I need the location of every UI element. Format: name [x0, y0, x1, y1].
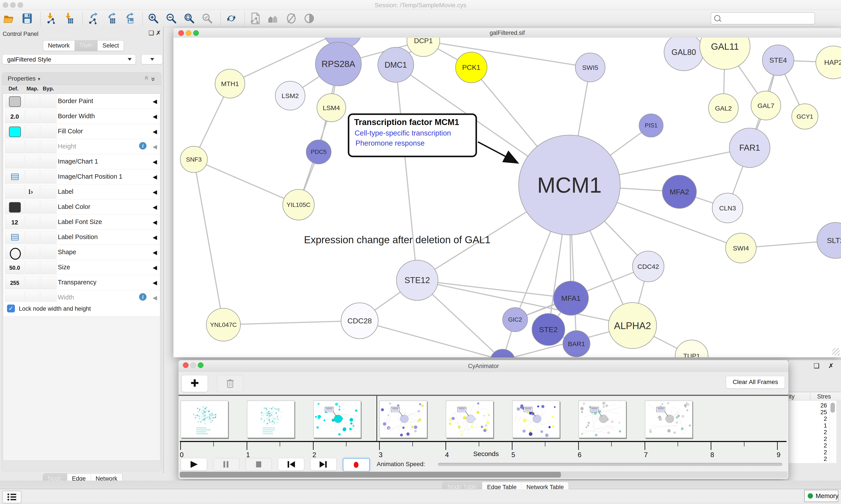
collapse-all-icon[interactable]: »	[142, 77, 150, 80]
canvas-text-label[interactable]: Expression change after deletion of GAL1	[304, 234, 490, 246]
node-SWI5[interactable]: SWI5	[575, 53, 605, 82]
tab-network[interactable]: Network	[43, 40, 75, 51]
mapping-cell[interactable]	[25, 201, 40, 214]
default-value-cell[interactable]	[5, 185, 24, 199]
node-MFA2[interactable]: MFA2	[662, 175, 696, 209]
zoom-in-button[interactable]	[147, 12, 159, 24]
node-PIS1[interactable]: PIS1	[639, 114, 663, 137]
node-DCP1[interactable]: DCP1	[407, 38, 440, 56]
mapping-cell[interactable]	[25, 231, 40, 244]
timeline-scrollbar-thumb[interactable]	[180, 472, 561, 478]
expand-property-icon[interactable]: ◀	[153, 113, 157, 120]
bypass-cell[interactable]	[40, 231, 56, 244]
frame-thumbnail-4[interactable]	[446, 401, 494, 438]
node-GIC2[interactable]: GIC2	[503, 308, 527, 332]
default-value-cell[interactable]: 12	[5, 216, 24, 229]
table-scrollbar-thumb[interactable]	[830, 403, 835, 413]
table-cell-value[interactable]: 2	[807, 449, 827, 456]
property-row-fill-color[interactable]: Fill Color◀	[3, 124, 160, 139]
refresh-button[interactable]	[225, 12, 237, 24]
node-CDC42[interactable]: CDC42	[632, 251, 664, 282]
network-canvas[interactable]: RPS28BDCP1RPS28ADMC1PCK1SWI5GAL80GAL11ST…	[174, 38, 841, 357]
zoom-fit-button[interactable]	[183, 12, 195, 24]
expand-property-icon[interactable]: ◀	[153, 128, 157, 135]
mapping-cell[interactable]	[25, 155, 40, 168]
property-row-size[interactable]: 50.0 Size◀	[3, 260, 160, 275]
node-MTH1[interactable]: MTH1	[215, 69, 245, 98]
pause-button[interactable]	[213, 458, 239, 471]
node-HAP2[interactable]: HAP2	[816, 46, 841, 79]
default-value-cell[interactable]	[5, 125, 24, 138]
mapping-cell[interactable]	[25, 110, 40, 123]
add-frame-button[interactable]: ✚	[182, 375, 208, 392]
bypass-cell[interactable]	[40, 110, 56, 123]
edge-yil105c-snf3[interactable]	[194, 159, 299, 205]
timeline-scrollbar[interactable]	[179, 471, 788, 478]
column-divider[interactable]	[810, 393, 810, 400]
node-STE4[interactable]: STE4	[763, 45, 794, 75]
bypass-cell[interactable]	[40, 155, 56, 168]
bypass-cell[interactable]	[40, 170, 56, 183]
table-cell-value[interactable]: 2	[807, 436, 827, 443]
table-cell-value[interactable]: 26	[807, 402, 827, 409]
bypass-cell[interactable]	[40, 185, 56, 199]
node-PDC5[interactable]: PDC5	[306, 140, 331, 164]
tab-select[interactable]: Select	[98, 40, 124, 51]
edge-cdc28-ynl047c[interactable]	[223, 321, 360, 325]
node-FAR1[interactable]: FAR1	[729, 128, 770, 167]
task-history-button[interactable]	[2, 491, 21, 503]
mapping-cell[interactable]	[25, 261, 40, 274]
node-LSM2[interactable]: LSM2	[275, 81, 305, 110]
expand-all-icon[interactable]: »	[149, 77, 158, 80]
stop-button[interactable]	[246, 458, 272, 471]
column-stress[interactable]: Stres	[817, 393, 831, 400]
cyanimator-titlebar[interactable]: CyAnimator	[179, 360, 788, 372]
node-PCK1[interactable]: PCK1	[455, 52, 487, 83]
search-input[interactable]	[711, 12, 815, 24]
default-value-cell[interactable]: 2.0	[5, 110, 24, 123]
expand-property-icon[interactable]: ◀	[153, 159, 157, 165]
network-window-titlebar[interactable]: galFiltered.sif	[174, 28, 841, 38]
style-options-button[interactable]	[141, 54, 162, 65]
bypass-cell[interactable]	[40, 246, 56, 259]
node-RPS28A[interactable]: RPS28A	[315, 42, 361, 86]
default-value-cell[interactable]	[5, 140, 24, 153]
frame-thumbnail-3[interactable]	[379, 401, 427, 438]
play-button[interactable]	[181, 458, 207, 471]
default-value-cell[interactable]	[5, 95, 24, 108]
node-CLN3[interactable]: CLN3	[712, 193, 743, 223]
table-cell-value[interactable]: 2	[807, 442, 827, 449]
node-SNF3[interactable]: SNF3	[180, 146, 208, 173]
node-TUP1[interactable]: TUP1	[675, 340, 708, 357]
default-value-cell[interactable]	[5, 231, 24, 244]
expand-property-icon[interactable]: ◀	[153, 143, 157, 150]
property-row-border-width[interactable]: 2.0 Border Width◀	[3, 109, 160, 124]
properties-header[interactable]: Properties » »	[2, 72, 161, 85]
expand-property-icon[interactable]: ◀	[153, 189, 157, 196]
mapping-cell[interactable]	[25, 140, 40, 153]
bypass-cell[interactable]	[40, 95, 56, 108]
node-GCY1[interactable]: GCY1	[792, 104, 818, 129]
expand-property-icon[interactable]: ◀	[153, 204, 157, 211]
expand-property-icon[interactable]: ◀	[153, 98, 157, 105]
open-button[interactable]	[3, 12, 15, 24]
mapping-cell[interactable]	[25, 276, 40, 289]
show-details-button[interactable]	[303, 12, 315, 24]
node-SLT2[interactable]: SLT2	[817, 222, 841, 258]
bypass-cell[interactable]	[40, 261, 56, 274]
bypass-cell[interactable]	[40, 276, 56, 289]
node-CDC28[interactable]: CDC28	[341, 303, 378, 339]
default-value-cell[interactable]	[5, 155, 24, 168]
expand-property-icon[interactable]: ◀	[153, 249, 157, 256]
expand-property-icon[interactable]: ◀	[153, 174, 157, 180]
default-value-cell[interactable]: 50.0	[5, 261, 24, 274]
mapping-cell[interactable]	[25, 246, 40, 259]
annotation-link-1[interactable]: Cell-type-specific transcription	[355, 129, 451, 137]
node-LSM4[interactable]: LSM4	[317, 94, 346, 122]
timeline-playhead[interactable]	[376, 396, 377, 442]
import-table-button[interactable]	[63, 12, 75, 24]
node-YIL105C[interactable]: YIL105C	[283, 190, 314, 220]
record-button[interactable]	[343, 458, 370, 472]
edge-snf3-ynl047c[interactable]	[194, 159, 223, 325]
property-row-height[interactable]: Heighti◀	[3, 139, 160, 154]
